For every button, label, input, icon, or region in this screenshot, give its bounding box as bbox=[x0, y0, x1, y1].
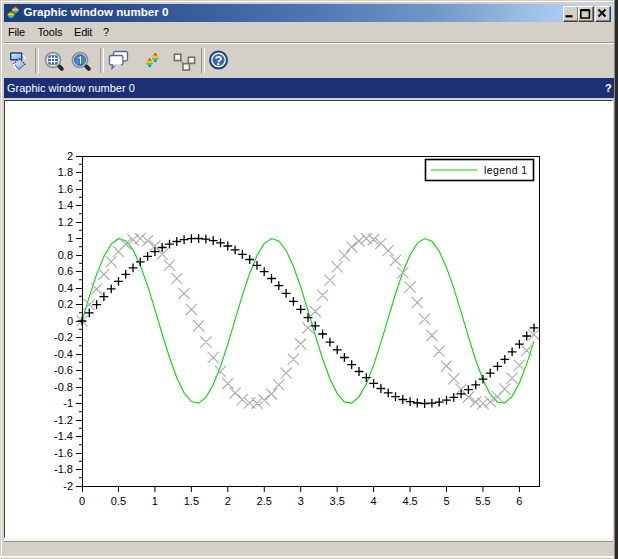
svg-text:1.6: 1.6 bbox=[58, 183, 73, 195]
svg-text:legend 1: legend 1 bbox=[484, 164, 528, 176]
svg-text:-1: -1 bbox=[63, 397, 73, 409]
svg-text:-0.6: -0.6 bbox=[54, 364, 73, 376]
svg-text:-0.8: -0.8 bbox=[54, 381, 73, 393]
svg-text:2: 2 bbox=[225, 495, 231, 507]
svg-text:3: 3 bbox=[298, 495, 304, 507]
svg-text:4.5: 4.5 bbox=[402, 495, 417, 507]
svg-text:-1.8: -1.8 bbox=[54, 463, 73, 475]
svg-text:2.5: 2.5 bbox=[257, 495, 272, 507]
svg-text:3.5: 3.5 bbox=[330, 495, 345, 507]
svg-text:-0.4: -0.4 bbox=[54, 348, 73, 360]
svg-text:1.5: 1.5 bbox=[184, 495, 199, 507]
svg-text:1.2: 1.2 bbox=[58, 216, 73, 228]
svg-text:0: 0 bbox=[67, 315, 73, 327]
svg-text:2: 2 bbox=[67, 150, 73, 162]
svg-text:1.8: 1.8 bbox=[58, 166, 73, 178]
svg-text:-1.6: -1.6 bbox=[54, 447, 73, 459]
svg-text:5: 5 bbox=[443, 495, 449, 507]
svg-text:-2: -2 bbox=[63, 480, 73, 492]
svg-text:-0.2: -0.2 bbox=[54, 331, 73, 343]
svg-text:1: 1 bbox=[152, 495, 158, 507]
svg-text:0.6: 0.6 bbox=[58, 265, 73, 277]
svg-text:-1.2: -1.2 bbox=[54, 414, 73, 426]
svg-text:1: 1 bbox=[67, 232, 73, 244]
svg-text:0: 0 bbox=[79, 495, 85, 507]
svg-text:-1.4: -1.4 bbox=[54, 430, 73, 442]
svg-text:1.4: 1.4 bbox=[58, 199, 73, 211]
svg-text:0.4: 0.4 bbox=[58, 282, 73, 294]
svg-text:0.2: 0.2 bbox=[58, 298, 73, 310]
svg-text:6: 6 bbox=[516, 495, 522, 507]
svg-text:4: 4 bbox=[371, 495, 377, 507]
svg-text:0.5: 0.5 bbox=[111, 495, 126, 507]
svg-text:5.5: 5.5 bbox=[475, 495, 490, 507]
svg-text:0.8: 0.8 bbox=[58, 249, 73, 261]
